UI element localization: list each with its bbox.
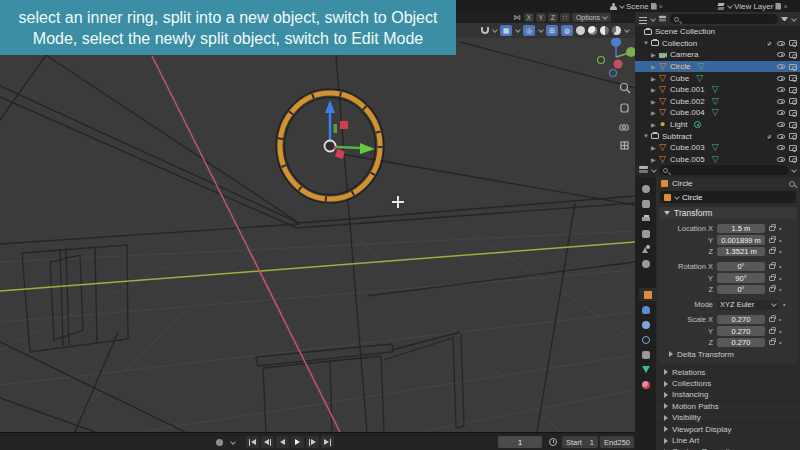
disclosure-collapsed-icon[interactable]: ▶	[651, 156, 658, 163]
tab-output[interactable]	[638, 212, 654, 225]
lock-icon[interactable]	[769, 264, 775, 269]
hide-eye-icon[interactable]	[777, 52, 785, 57]
lock-icon[interactable]	[769, 226, 775, 231]
shading-wireframe-button[interactable]	[576, 26, 585, 35]
prev-keyframe-button[interactable]	[261, 436, 274, 448]
animate-dot-icon[interactable]: •	[779, 328, 781, 335]
scale-y-input[interactable]: 0.270	[717, 326, 765, 336]
rotation-y-input[interactable]: 90°	[717, 273, 765, 283]
panel-collections[interactable]: Collections	[656, 377, 800, 388]
pin-icon[interactable]	[789, 181, 795, 187]
animate-dot-icon[interactable]: •	[779, 286, 781, 293]
animate-dot-icon[interactable]: •	[783, 301, 785, 308]
chevron-down-icon[interactable]	[791, 17, 796, 22]
disclosure-expanded-icon[interactable]: ▼	[643, 40, 650, 46]
display-mode-icon[interactable]	[639, 16, 647, 23]
chevron-down-icon[interactable]	[515, 28, 520, 33]
mirror-z-button[interactable]: Z	[548, 13, 558, 22]
mirror-x-button[interactable]: X	[524, 13, 534, 22]
panel-visibility[interactable]: Visibility	[656, 412, 800, 423]
snap-target-icon[interactable]: ∷	[560, 13, 570, 22]
animate-dot-icon[interactable]: •	[779, 225, 781, 232]
outliner-row-cube003[interactable]: ▶ ▽ Cube.003 ▽	[635, 142, 800, 154]
animate-dot-icon[interactable]: •	[779, 316, 781, 323]
chevron-down-icon[interactable]	[651, 168, 656, 173]
keying-set-dropdown[interactable]	[230, 436, 235, 448]
scale-z-input[interactable]: 0.270	[717, 338, 765, 348]
lock-icon[interactable]	[769, 249, 775, 254]
new-view-layer-icon[interactable]	[775, 3, 781, 10]
chevron-down-icon[interactable]	[650, 17, 655, 22]
tab-scene[interactable]	[638, 242, 654, 255]
animate-dot-icon[interactable]: •	[779, 275, 781, 282]
panel-instancing[interactable]: Instancing	[656, 389, 800, 400]
panel-relations[interactable]: Relations	[656, 366, 800, 377]
close-icon[interactable]: ×	[659, 3, 663, 10]
hide-eye-icon[interactable]	[777, 145, 785, 150]
properties-search-input[interactable]	[659, 165, 788, 175]
viewport-canvas[interactable]	[0, 0, 635, 432]
chevron-down-icon[interactable]	[492, 28, 497, 33]
tab-material[interactable]	[638, 378, 654, 391]
properties-editor-icon[interactable]	[639, 166, 648, 174]
panel-motion-paths[interactable]: Motion Paths	[656, 400, 800, 411]
hide-eye-icon[interactable]	[777, 157, 785, 162]
tab-tool[interactable]	[638, 182, 654, 195]
render-visibility-icon[interactable]	[789, 133, 797, 139]
hide-eye-icon[interactable]	[777, 110, 785, 115]
new-scene-icon[interactable]	[651, 3, 657, 10]
collection-checkbox[interactable]	[766, 133, 773, 140]
tab-modifiers[interactable]	[638, 303, 654, 316]
tab-physics[interactable]	[638, 333, 654, 346]
shading-material-button[interactable]	[600, 26, 609, 35]
play-reverse-button[interactable]	[276, 436, 289, 448]
disclosure-collapsed-icon[interactable]: ▶	[651, 109, 658, 116]
panel-custom-properties[interactable]: Custom Properties	[656, 446, 800, 450]
render-visibility-icon[interactable]	[789, 145, 797, 151]
current-frame-input[interactable]: 1	[498, 436, 542, 448]
outliner-row-cube[interactable]: ▶ ▽ Cube ▽	[635, 72, 800, 84]
show-overlays-button[interactable]: ◍	[561, 25, 573, 36]
mirror-y-button[interactable]: Y	[536, 13, 546, 22]
tab-object-active[interactable]	[639, 288, 656, 301]
outliner-row-scene-collection[interactable]: Scene Collection	[635, 26, 800, 38]
options-button[interactable]: Options	[572, 13, 611, 22]
show-gizmo-button[interactable]: ⊞	[546, 25, 558, 36]
animate-dot-icon[interactable]: •	[779, 237, 781, 244]
lock-icon[interactable]	[769, 340, 775, 345]
render-visibility-icon[interactable]	[789, 75, 797, 81]
tab-world[interactable]	[638, 257, 654, 270]
lock-icon[interactable]	[769, 329, 775, 334]
rotation-mode-dropdown[interactable]: XYZ Euler	[717, 300, 779, 310]
disclosure-collapsed-icon[interactable]: ▶	[651, 121, 658, 128]
tab-particles[interactable]	[638, 318, 654, 331]
frame-end-input[interactable]: End 250	[600, 436, 634, 448]
render-visibility-icon[interactable]	[789, 98, 797, 104]
snap-mode-button[interactable]: ▦	[500, 25, 512, 36]
tab-view-layer[interactable]	[638, 227, 654, 240]
outliner-row-cube002[interactable]: ▶ ▽ Cube.002 ▽	[635, 96, 800, 108]
render-visibility-icon[interactable]	[789, 87, 797, 93]
disclosure-expanded-icon[interactable]: ▼	[643, 133, 650, 139]
render-visibility-icon[interactable]	[789, 156, 797, 162]
lock-icon[interactable]	[769, 317, 775, 322]
panel-line-art[interactable]: Line Art	[656, 434, 800, 445]
disclosure-collapsed-icon[interactable]: ▶	[651, 63, 658, 70]
lock-icon[interactable]	[769, 287, 775, 292]
panel-viewport-display[interactable]: Viewport Display	[656, 423, 800, 434]
filter-id-icon[interactable]	[659, 16, 666, 22]
outliner-row-cube004[interactable]: ▶ ▽ Cube.004 ▽	[635, 107, 800, 119]
scene-selector[interactable]: Scene ×	[610, 1, 663, 11]
tab-constraints[interactable]	[638, 348, 654, 361]
chevron-down-icon[interactable]	[624, 28, 629, 33]
transform-panel-header[interactable]: Transform	[659, 207, 797, 219]
rotation-z-input[interactable]: 0°	[717, 285, 765, 295]
snap-magnet-icon[interactable]	[481, 27, 489, 34]
location-x-input[interactable]: 1.5 m	[717, 224, 765, 234]
tab-render[interactable]	[638, 197, 654, 210]
render-visibility-icon[interactable]	[789, 40, 797, 46]
close-icon[interactable]: ×	[783, 3, 787, 10]
animate-dot-icon[interactable]: •	[779, 339, 781, 346]
lock-icon[interactable]	[769, 276, 775, 281]
scale-x-input[interactable]: 0.270	[717, 315, 765, 325]
